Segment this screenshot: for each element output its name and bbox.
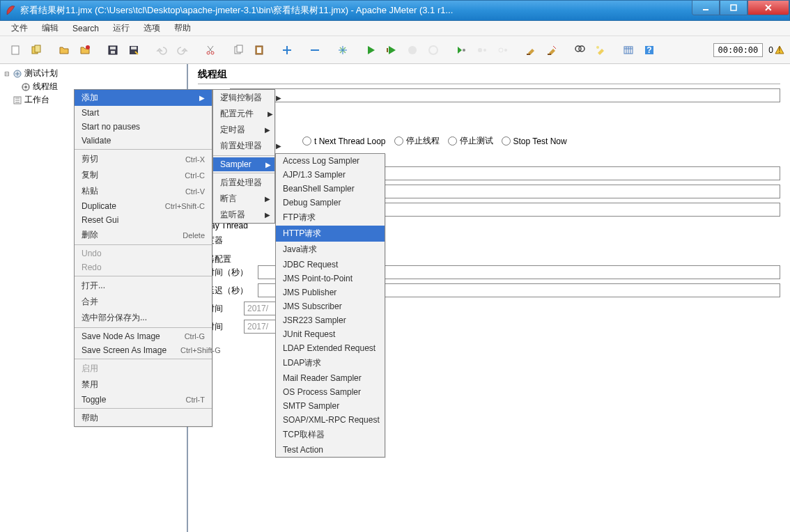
menu-run[interactable]: 运行 bbox=[107, 21, 135, 36]
ctx-sampler-item-0[interactable]: Access Log Sampler bbox=[276, 154, 385, 168]
ctx-sampler-item-2[interactable]: BeanShell Sampler bbox=[276, 182, 385, 196]
toggle-button[interactable] bbox=[333, 40, 353, 60]
ctx-sampler-item-6[interactable]: Java请求 bbox=[276, 242, 385, 258]
ctx-add-item-3[interactable]: 前置处理器▶ bbox=[213, 138, 274, 154]
radio-next-loop[interactable] bbox=[302, 136, 311, 146]
ctx-add-item-0[interactable]: 逻辑控制器▶ bbox=[213, 90, 274, 106]
ctx-sampler-item-16[interactable]: OS Process Sampler bbox=[276, 385, 385, 399]
ctx-sampler-item-1[interactable]: AJP/1.3 Sampler bbox=[276, 168, 385, 182]
svg-rect-17 bbox=[387, 48, 388, 52]
ctx-add-item-5[interactable]: Sampler▶ bbox=[213, 157, 274, 171]
save-as-button[interactable] bbox=[124, 40, 144, 60]
ctx-main-item-6[interactable]: 复制Ctrl-C bbox=[75, 167, 212, 183]
cut-button[interactable] bbox=[201, 40, 220, 60]
shutdown-button[interactable] bbox=[424, 40, 443, 60]
ctx-sampler-item-8[interactable]: JMS Point-to-Point bbox=[276, 272, 385, 285]
ctx-main-item-15[interactable]: 打开... bbox=[75, 278, 212, 294]
help-button[interactable]: ? bbox=[640, 40, 659, 60]
run-button[interactable] bbox=[361, 40, 380, 60]
ctx-main-item-12[interactable]: Undo bbox=[75, 247, 212, 260]
ctx-sampler-item-18[interactable]: SOAP/XML-RPC Request bbox=[276, 413, 385, 427]
ctx-add-item-1[interactable]: 配置元件▶ bbox=[213, 106, 274, 122]
tree-root-testplan[interactable]: ⊟ 测试计划 bbox=[3, 67, 184, 80]
ctx-add-item-2[interactable]: 定时器▶ bbox=[213, 122, 274, 138]
ctx-main-item-1[interactable]: Start bbox=[75, 106, 212, 120]
radio-stop-test[interactable] bbox=[448, 136, 457, 146]
ctx-sampler-item-11[interactable]: JSR223 Sampler bbox=[276, 313, 385, 327]
ctx-sampler-item-13[interactable]: LDAP Extended Request bbox=[276, 341, 385, 355]
clear-button[interactable] bbox=[521, 40, 541, 60]
window-maximize-button[interactable] bbox=[720, 0, 748, 15]
ctx-sampler-item-15[interactable]: Mail Reader Sampler bbox=[276, 371, 385, 385]
redo-button[interactable] bbox=[173, 40, 192, 60]
ctx-main-item-10[interactable]: 删除Delete bbox=[75, 227, 212, 243]
ctx-main-item-19[interactable]: Save Node As ImageCtrl-G bbox=[75, 329, 212, 343]
copy-button[interactable] bbox=[229, 40, 248, 60]
stop-button[interactable] bbox=[403, 40, 422, 60]
ctx-main-item-20[interactable]: Save Screen As ImageCtrl+Shift-G bbox=[75, 343, 212, 357]
tree-toggle-icon[interactable]: ⊟ bbox=[4, 70, 10, 77]
open-button[interactable] bbox=[54, 40, 74, 60]
ctx-main-item-5[interactable]: 剪切Ctrl-X bbox=[75, 151, 212, 167]
ctx-main-item-9[interactable]: Reset Gui bbox=[75, 213, 212, 227]
ctx-main-item-26[interactable]: 帮助 bbox=[75, 410, 212, 426]
remote-shutdown-button[interactable] bbox=[493, 40, 513, 60]
remote-start-button[interactable] bbox=[451, 40, 471, 60]
ctx-add-item-8[interactable]: 断言▶ bbox=[213, 191, 274, 207]
menu-options[interactable]: 选项 bbox=[138, 21, 166, 36]
close-button[interactable] bbox=[75, 40, 95, 60]
remote-stop-button[interactable] bbox=[472, 40, 492, 60]
ctx-add-item-7[interactable]: 后置处理器▶ bbox=[213, 175, 274, 191]
ctx-add-item-9[interactable]: 监听器▶ bbox=[213, 207, 274, 223]
ctx-main-item-17[interactable]: 选中部分保存为... bbox=[75, 310, 212, 326]
ctx-sampler-item-5[interactable]: HTTP请求 bbox=[276, 226, 385, 242]
menu-edit[interactable]: 编辑 bbox=[36, 21, 64, 36]
ctx-main-item-0[interactable]: 添加▶ bbox=[75, 90, 212, 106]
templates-button[interactable] bbox=[26, 40, 46, 60]
ctx-sampler-item-14[interactable]: LDAP请求 bbox=[276, 355, 385, 371]
collapse-button[interactable] bbox=[305, 40, 325, 60]
ctx-main-item-8[interactable]: DuplicateCtrl+Shift-C bbox=[75, 199, 212, 213]
ctx-main-item-24[interactable]: ToggleCtrl-T bbox=[75, 393, 212, 407]
paste-button[interactable] bbox=[249, 40, 269, 60]
window-minimize-button[interactable] bbox=[692, 0, 720, 15]
expand-button[interactable] bbox=[277, 40, 297, 60]
ctx-sampler-item-12[interactable]: JUnit Request bbox=[276, 327, 385, 341]
ctx-main-item-23[interactable]: 禁用 bbox=[75, 377, 212, 393]
svg-point-26 bbox=[579, 46, 584, 52]
ctx-main-item-7[interactable]: 粘贴Ctrl-V bbox=[75, 183, 212, 199]
ctx-sampler-item-4[interactable]: FTP请求 bbox=[276, 210, 385, 226]
menu-file[interactable]: 文件 bbox=[6, 21, 33, 36]
undo-button[interactable] bbox=[152, 40, 171, 60]
ctx-sampler-item-20[interactable]: Test Action bbox=[276, 443, 385, 457]
window-close-button[interactable]: ✕ bbox=[748, 0, 789, 15]
ctx-sampler-item-10[interactable]: JMS Subscriber bbox=[276, 299, 385, 313]
name-input[interactable] bbox=[230, 88, 780, 102]
svg-point-12 bbox=[211, 52, 214, 54]
svg-point-27 bbox=[596, 46, 599, 49]
menu-search[interactable]: Search bbox=[67, 22, 104, 35]
svg-rect-4 bbox=[35, 45, 40, 52]
save-button[interactable] bbox=[103, 40, 123, 60]
search-button[interactable] bbox=[570, 40, 589, 60]
ctx-main-item-13[interactable]: Redo bbox=[75, 260, 212, 274]
function-helper-button[interactable] bbox=[619, 40, 638, 60]
run-nopause-button[interactable] bbox=[382, 40, 401, 60]
ctx-main-item-3[interactable]: Validate bbox=[75, 134, 212, 148]
ctx-main-item-16[interactable]: 合并 bbox=[75, 294, 212, 310]
ctx-sampler-item-7[interactable]: JDBC Request bbox=[276, 258, 385, 272]
radio-stop-thread[interactable] bbox=[394, 136, 403, 146]
ctx-main-item-2[interactable]: Start no pauses bbox=[75, 120, 212, 134]
menu-help[interactable]: 帮助 bbox=[169, 21, 196, 36]
new-button[interactable] bbox=[6, 40, 25, 60]
ctx-sampler-item-3[interactable]: Debug Sampler bbox=[276, 196, 385, 210]
ctx-main-item-22[interactable]: 启用 bbox=[75, 361, 212, 377]
ctx-sampler-item-19[interactable]: TCP取样器 bbox=[276, 427, 385, 443]
reset-search-button[interactable] bbox=[591, 40, 610, 60]
radio-stop-now[interactable] bbox=[502, 136, 511, 146]
ctx-sampler-item-17[interactable]: SMTP Sampler bbox=[276, 399, 385, 413]
clear-all-button[interactable] bbox=[542, 40, 561, 60]
menubar: 文件 编辑 Search 运行 选项 帮助 bbox=[0, 21, 790, 36]
threadgroup-icon bbox=[21, 82, 31, 92]
ctx-sampler-item-9[interactable]: JMS Publisher bbox=[276, 285, 385, 299]
